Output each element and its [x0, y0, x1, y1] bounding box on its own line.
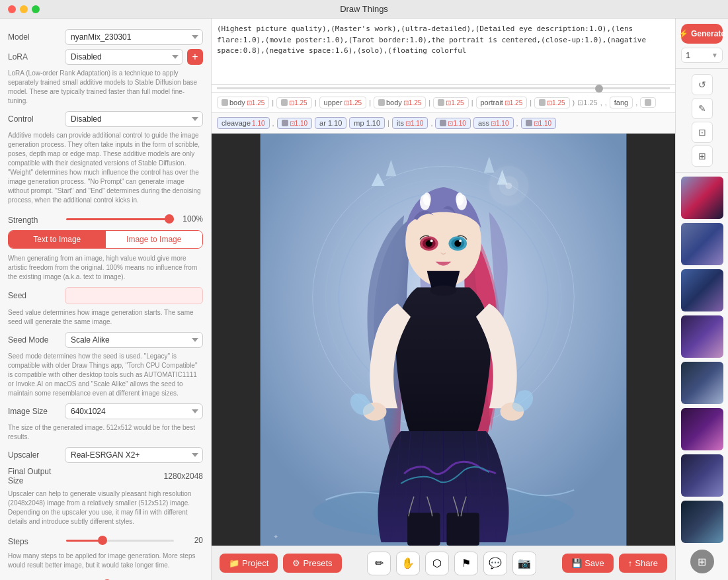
tag-neg-empty-1[interactable]: ⊡1.10	[277, 118, 312, 129]
edit-icon: ✎	[698, 103, 706, 114]
lora-desc: LoRA (Low-order Rank Adaptation) is a te…	[8, 69, 203, 106]
thumbnail-7[interactable]	[681, 454, 723, 497]
tag-ass[interactable]: ass ⊡1.10	[473, 117, 514, 129]
eraser-tool-button[interactable]: ⬡	[425, 552, 449, 575]
generate-button[interactable]: ⚡ Generate	[681, 24, 723, 44]
tag-empty-1[interactable]: ⊡1.25	[276, 97, 311, 108]
tag-body-2[interactable]: body ⊡1.25	[374, 97, 426, 108]
tag-mp[interactable]: mp 1.10	[349, 117, 385, 129]
final-output-value: 1280x2048	[164, 472, 203, 481]
hand-tool-button[interactable]: ✋	[396, 552, 420, 575]
toolbar-left: 📁 Project ⚙ Presets	[220, 554, 342, 573]
thumbnail-1[interactable]	[681, 177, 723, 219]
thumbnail-2[interactable]	[681, 223, 723, 265]
tab-text-to-image[interactable]: Text to Image	[9, 231, 106, 248]
mask-tool-button[interactable]: ⚑	[454, 552, 478, 575]
bottom-toolbar: 📁 Project ⚙ Presets ✏ ✋ ⬡	[212, 546, 675, 580]
tag-cleavage[interactable]: cleavage 1.10	[217, 117, 270, 129]
save-icon: 💾	[571, 558, 582, 568]
thumbnail-3[interactable]	[681, 269, 723, 311]
final-output-label: Final Output Size	[8, 467, 61, 485]
add-lora-button[interactable]: +	[187, 49, 203, 65]
thumbnail-8[interactable]	[681, 501, 723, 543]
copy-button[interactable]: ⊡	[692, 122, 713, 143]
tag-its[interactable]: its ⊡1.10	[392, 117, 428, 129]
steps-label: Steps	[8, 537, 61, 546]
tag-neg-empty-3[interactable]: ⊡1.10	[521, 118, 556, 129]
seed-input[interactable]: 3232542637	[65, 287, 203, 304]
edit-button[interactable]: ✎	[692, 98, 713, 119]
thumbnail-5[interactable]	[681, 362, 723, 404]
layers-button[interactable]: ⊞	[690, 550, 714, 573]
tag-neg-empty-2[interactable]: ⊡1.10	[435, 118, 470, 129]
control-desc: Additive models can provide additional c…	[8, 131, 203, 205]
seed-mode-select[interactable]: Scale Alike	[65, 332, 203, 348]
neg-tag-icon-1	[282, 120, 288, 126]
generated-image: ✦	[212, 134, 675, 546]
eraser-icon: ⬡	[432, 557, 442, 569]
lora-label: LoRA	[8, 52, 61, 62]
toolbar-center: ✏ ✋ ⬡ ⚑ 💬 📷	[367, 552, 536, 575]
titlebar: Draw Things	[0, 0, 728, 19]
svg-point-23	[430, 285, 457, 296]
chat-tool-button[interactable]: 💬	[483, 552, 507, 575]
image-size-label: Image Size	[8, 407, 61, 416]
control-select[interactable]: Disabled	[65, 111, 203, 127]
svg-rect-26	[407, 513, 440, 546]
tag-fang[interactable]: fang	[610, 97, 633, 108]
minimize-button[interactable]	[20, 5, 28, 13]
thumbnail-4[interactable]	[681, 315, 723, 358]
tab-image-to-image[interactable]: Image to Image	[106, 231, 203, 248]
steps-slider[interactable]	[66, 540, 174, 542]
lora-select[interactable]: Disabled	[65, 49, 183, 65]
right-panel: ⚡ Generate 1 ▼ ↺ ✎ ⊡ ⊞	[675, 19, 728, 580]
positive-tags-row: body ⊡1.25 | ⊡1.25 | upper ⊡1.25 | body …	[212, 93, 675, 113]
upscaler-select[interactable]: Real-ESRGAN X2+	[65, 447, 203, 463]
project-button[interactable]: 📁 Project	[220, 554, 278, 573]
neg-tag-icon-2	[440, 120, 446, 126]
generate-icon: ⚡	[678, 29, 688, 38]
tag-empty-4[interactable]	[640, 97, 656, 108]
image-size-select[interactable]: 640x1024	[65, 403, 203, 419]
svg-point-30	[505, 183, 512, 189]
steps-value: 20	[179, 536, 203, 545]
strength-slider[interactable]	[66, 218, 174, 220]
tag-body-1[interactable]: body ⊡1.25	[217, 97, 269, 108]
mask-icon: ⚑	[462, 557, 471, 569]
history-button[interactable]: ↺	[692, 74, 713, 95]
save-button[interactable]: 💾 Save	[562, 554, 614, 573]
tag-ar[interactable]: ar 1.10	[315, 117, 346, 129]
maximize-button[interactable]	[32, 5, 40, 13]
tab-desc: When generating from an image, high valu…	[8, 254, 203, 282]
camera-icon: 📷	[518, 557, 531, 569]
tag-empty-2[interactable]: ⊡1.25	[433, 97, 468, 108]
share-icon: ↑	[628, 558, 633, 568]
seed-desc: Seed value determines how image generati…	[8, 308, 203, 327]
presets-button[interactable]: ⚙ Presets	[283, 554, 341, 573]
pencil-tool-button[interactable]: ✏	[367, 552, 391, 575]
tag-portrait[interactable]: portrait ⊡1.25	[476, 97, 528, 108]
prompt-input[interactable]: (Highest picture quality),(Master's work…	[217, 24, 670, 77]
svg-point-14	[456, 192, 464, 206]
close-button[interactable]	[8, 5, 16, 13]
tag-icon-6	[645, 99, 651, 106]
negative-tags-row: cleavage 1.10 , ⊡1.10 ar 1.10 mp 1.10 | …	[212, 113, 675, 134]
project-icon: 📁	[229, 558, 239, 568]
model-select[interactable]: nyanMix_230301	[65, 29, 203, 45]
hand-icon: ✋	[401, 557, 415, 569]
chat-icon: 💬	[489, 557, 502, 569]
camera-tool-button[interactable]: 📷	[512, 552, 536, 575]
tag-empty-3[interactable]: ⊡1.25	[534, 97, 569, 108]
svg-point-22	[459, 239, 462, 242]
mode-tabs: Text to Image Image to Image	[8, 230, 203, 249]
tag-upper[interactable]: upper ⊡1.25	[319, 97, 367, 108]
strength-label: Strength	[8, 216, 61, 225]
thumbnails-panel: ⊞	[676, 173, 728, 580]
svg-text:✦: ✦	[273, 533, 278, 540]
share-button[interactable]: ↑ Share	[619, 554, 667, 573]
grid-button[interactable]: ⊞	[692, 145, 713, 167]
seed-mode-label: Seed Mode	[8, 335, 61, 345]
steps-desc: How many steps to be applied for image g…	[8, 552, 203, 570]
thumbnail-6[interactable]	[681, 408, 723, 450]
prompt-slider[interactable]	[217, 87, 670, 89]
